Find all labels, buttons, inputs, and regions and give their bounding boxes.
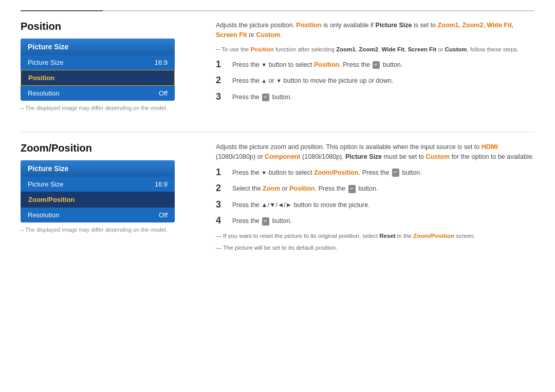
position-step-2: 2 Press the ▲ or ▼ button to move the pi… [216, 75, 534, 86]
zoom-down-arrow-icon: ▼ [261, 170, 267, 176]
position-sub-highlight1: Position [250, 46, 273, 52]
position-step-3-text: Press the ↵ button. [232, 91, 292, 102]
position-menu-resolution[interactable]: Resolution Off [21, 86, 175, 101]
zoom-step-3-text: Press the ▲/▼/◄/► button to move the pic… [232, 199, 370, 210]
zoom-menu-zoom-position-label: Zoom/Position [28, 196, 75, 203]
position-menu-picture-size[interactable]: Picture Size 16:9 [21, 55, 175, 70]
zoom-position-menu-header: Picture Size [21, 160, 175, 177]
zoom-position-section: Zoom/Position Picture Size Picture Size … [21, 142, 534, 252]
zoom-step-4-num: 4 [216, 215, 229, 227]
zoom-enter-2-icon: ↵ [348, 185, 356, 193]
zoom-desc-component: Component [265, 153, 300, 160]
position-desc-highlight1: Position [296, 22, 321, 29]
position-right: Adjusts the picture position. Position i… [206, 21, 534, 111]
position-step-1-num: 1 [216, 59, 229, 70]
position-menu-position[interactable]: Position [21, 70, 175, 86]
zoom-menu-picture-size[interactable]: Picture Size 16:9 [21, 177, 175, 192]
position-steps: 1 Press the ▼ button to select Position.… [216, 59, 534, 103]
zoom-menu-resolution[interactable]: Resolution Off [21, 208, 175, 222]
position-desc-highlight2: Picture Size [376, 22, 412, 29]
zoom-menu-resolution-label: Resolution [28, 211, 59, 219]
zoom-position-menu-box: Picture Size Picture Size 16:9 Zoom/Posi… [21, 160, 175, 222]
zoom-step-1-highlight: Zoom/Position [314, 169, 359, 176]
position-step-3-num: 3 [216, 91, 229, 103]
position-desc-highlight4: Zoom2 [462, 22, 483, 29]
zoom-step-2-num: 2 [216, 183, 229, 194]
zoom-description: Adjusts the picture zoom and position. T… [216, 142, 534, 162]
enter-button-3-icon: ↵ [262, 94, 269, 102]
zoom-menu-resolution-value: Off [159, 211, 168, 219]
position-menu-picture-size-value: 16:9 [155, 59, 168, 66]
zoom-step-4: 4 Press the ↵ button. [216, 215, 534, 227]
position-description: Adjusts the picture position. Position i… [216, 21, 534, 40]
zoom-step-1: 1 Press the ▼ button to select Zoom/Posi… [216, 167, 534, 178]
position-step-1-highlight: Position [314, 61, 339, 68]
zoom-note-reset: Reset [379, 233, 395, 239]
position-left: Position Picture Size Picture Size 16:9 … [21, 21, 206, 111]
zoom-note-zoom-position: Zoom/Position [413, 233, 454, 239]
section-divider [21, 132, 534, 132]
position-section: Position Picture Size Picture Size 16:9 … [21, 21, 534, 111]
position-sub-highlight2: Zoom1 [336, 46, 356, 52]
enter-button-icon: ↵ [373, 61, 380, 69]
position-desc-highlight5: Wide Fit [487, 22, 512, 29]
position-step-1-text: Press the ▼ button to select Position. P… [232, 59, 402, 70]
position-footer-note: – The displayed image may differ dependi… [21, 105, 195, 111]
down-arrow-icon: ▼ [261, 62, 267, 68]
position-desc-highlight3: Zoom1 [437, 22, 458, 29]
position-sub-note: ─ To use the Position function after sel… [216, 45, 534, 54]
top-divider [21, 10, 534, 11]
zoom-desc-hdmi: HDMI [482, 143, 498, 151]
zoom-step-4-text: Press the ↵ button. [232, 215, 292, 226]
zoom-step-2-position: Position [289, 185, 314, 192]
zoom-steps: 1 Press the ▼ button to select Zoom/Posi… [216, 167, 534, 227]
position-menu-resolution-value: Off [159, 89, 168, 97]
zoom-menu-picture-size-label: Picture Size [28, 180, 63, 188]
zoom-enter-4-icon: ↵ [262, 217, 269, 226]
position-menu-picture-size-label: Picture Size [28, 59, 63, 66]
position-title: Position [21, 21, 195, 32]
zoom-menu-zoom-position[interactable]: Zoom/Position [21, 192, 175, 208]
up-arrow-icon: ▲ [261, 78, 267, 84]
zoom-note-1: If you want to reset the picture to its … [216, 232, 534, 240]
zoom-step-2-text: Select the Zoom or Position. Press the ↵… [232, 183, 378, 194]
zoom-position-left: Zoom/Position Picture Size Picture Size … [21, 142, 206, 252]
position-menu-box: Picture Size Picture Size 16:9 Position … [21, 39, 175, 101]
position-menu-header: Picture Size [21, 39, 175, 55]
zoom-note-2: The picture will be set to its default p… [216, 244, 534, 252]
position-sub-highlight5: Screen Fit [408, 46, 436, 52]
zoom-position-right: Adjusts the picture zoom and position. T… [206, 142, 534, 252]
position-menu-position-label: Position [28, 74, 54, 82]
zoom-step-3: 3 Press the ▲/▼/◄/► button to move the p… [216, 199, 534, 211]
zoom-step-2: 2 Select the Zoom or Position. Press the… [216, 183, 534, 194]
zoom-step-1-text: Press the ▼ button to select Zoom/Positi… [232, 167, 422, 178]
zoom-step-1-num: 1 [216, 167, 229, 178]
down-arrow-2-icon: ▼ [276, 78, 282, 84]
page-container: Position Picture Size Picture Size 16:9 … [0, 0, 555, 278]
zoom-desc-picture-size: Picture Size [345, 153, 382, 160]
position-sub-highlight3: Zoom2 [359, 46, 378, 52]
position-sub-highlight4: Wide Fit [381, 46, 404, 52]
position-step-2-num: 2 [216, 75, 229, 86]
zoom-footer-note: – The displayed image may differ dependi… [21, 227, 195, 233]
position-desc-highlight7: Custom [256, 31, 281, 39]
zoom-enter-1-icon: ↵ [392, 169, 399, 177]
position-desc-highlight6: Screen Fit [216, 31, 247, 39]
zoom-desc-custom: Custom [426, 153, 450, 160]
position-sub-highlight6: Custom [445, 46, 467, 52]
zoom-step-2-zoom: Zoom [263, 185, 280, 192]
position-menu-resolution-label: Resolution [28, 89, 59, 97]
zoom-position-title: Zoom/Position [21, 142, 195, 154]
position-step-1: 1 Press the ▼ button to select Position.… [216, 59, 534, 70]
position-step-3: 3 Press the ↵ button. [216, 91, 534, 103]
zoom-step-3-num: 3 [216, 199, 229, 211]
zoom-menu-picture-size-value: 16:9 [155, 180, 168, 188]
position-step-2-text: Press the ▲ or ▼ button to move the pict… [232, 75, 393, 86]
